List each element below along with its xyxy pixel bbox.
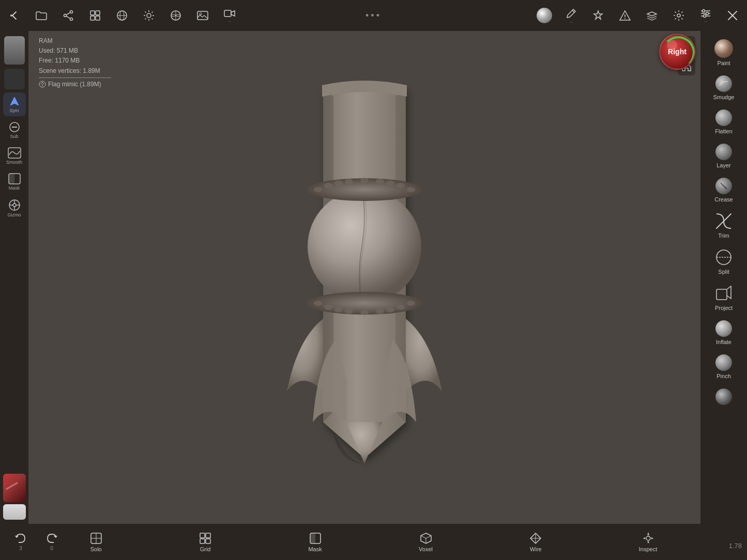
split-tool-button[interactable]: Split [703, 244, 744, 279]
more-tool-button[interactable] [703, 384, 744, 409]
paint-sphere-icon [714, 39, 733, 58]
svg-line-20 [152, 12, 153, 13]
svg-point-29 [624, 18, 626, 19]
gizmo-button[interactable]: Gizmo [3, 196, 26, 221]
sliders-button[interactable]: ... [696, 6, 715, 25]
redo-icon [45, 533, 58, 545]
inflate-sphere-icon [715, 320, 732, 337]
sun-button[interactable] [140, 6, 158, 25]
settings-button[interactable] [669, 6, 688, 25]
voxel-label: Voxel [419, 546, 433, 552]
layer-label: Layer [716, 162, 731, 168]
layers-button[interactable] [643, 6, 661, 25]
svg-point-61 [345, 309, 353, 314]
svg-point-74 [397, 183, 405, 188]
svg-point-89 [646, 536, 650, 540]
svg-point-73 [386, 180, 394, 185]
grid-button[interactable]: Grid [194, 529, 217, 555]
inflate-tool-button[interactable]: Inflate [703, 316, 744, 349]
svg-point-72 [376, 179, 384, 184]
sliders-label: ... [704, 18, 708, 23]
warning-button[interactable] [616, 6, 634, 25]
wire-icon [529, 532, 542, 545]
smudge-sphere-icon [715, 75, 732, 92]
orientation-ball[interactable]: Right [659, 34, 695, 70]
svg-rect-81 [200, 539, 205, 543]
svg-rect-8 [90, 16, 95, 20]
svg-point-66 [407, 301, 415, 306]
sub-button[interactable]: Sub [3, 118, 26, 142]
mask-button[interactable]: Mask [3, 170, 26, 194]
smooth-button[interactable]: Smooth [3, 144, 26, 168]
tools-button[interactable] [723, 6, 742, 25]
video-button[interactable]: ... [220, 6, 239, 25]
svg-point-30 [677, 14, 680, 17]
svg-line-18 [145, 12, 146, 13]
inspect-label: Inspect [639, 546, 657, 552]
trim-icon [714, 212, 733, 230]
main-viewport[interactable]: RAM Used: 571 MB Free: 1170 MB Scene ver… [28, 31, 700, 524]
paint-tool-button[interactable]: Paint [703, 35, 744, 70]
solo-label: Solo [90, 546, 102, 552]
pinch-tool-button[interactable]: Pinch [703, 350, 744, 383]
wire-button[interactable]: Wire [524, 529, 547, 555]
orientation-label: Right [668, 48, 687, 56]
svg-rect-79 [200, 533, 205, 538]
sym-icon [9, 96, 20, 107]
top-toolbar: ... ••• ... [0, 0, 747, 31]
stamp-button[interactable] [589, 6, 607, 25]
svg-point-25 [200, 13, 202, 15]
paint-label: Paint [717, 60, 730, 66]
grid-icon [199, 532, 211, 545]
svg-rect-24 [197, 11, 208, 20]
project-tool-button[interactable]: Project [703, 280, 744, 315]
redo-count: 0 [50, 546, 53, 551]
svg-rect-82 [206, 539, 210, 543]
sym-button[interactable]: Sym [3, 92, 26, 116]
white-swatch[interactable] [3, 504, 26, 520]
back-button[interactable] [5, 6, 24, 25]
color-swatch-1[interactable] [4, 36, 25, 65]
mesh-button[interactable] [86, 6, 104, 25]
flatten-tool-button[interactable]: Flatten [703, 105, 744, 138]
folder-button[interactable] [32, 6, 51, 25]
gizmo-icon [8, 199, 21, 211]
mask-bottom-button[interactable]: Mask [303, 529, 327, 555]
image-button[interactable] [193, 6, 212, 25]
wire-label: Wire [530, 546, 542, 552]
topology-button[interactable] [113, 6, 131, 25]
mask-bottom-label: Mask [308, 546, 322, 552]
svg-rect-51 [716, 289, 727, 300]
share-button[interactable] [59, 6, 78, 25]
redo-button[interactable]: 0 [45, 533, 58, 551]
svg-line-21 [145, 19, 146, 20]
ram-divider [39, 77, 111, 78]
model-container[interactable] [28, 31, 700, 524]
split-label: Split [718, 269, 729, 275]
undo-button[interactable]: 3 [14, 533, 27, 551]
pinch-label: Pinch [716, 373, 731, 379]
voxel-button[interactable]: Voxel [414, 529, 438, 555]
toolbar-left: ... [5, 6, 239, 25]
svg-point-69 [334, 180, 343, 185]
bottom-toolbar: 3 0 Solo Grid Mask [0, 524, 747, 560]
solo-button[interactable]: Solo [85, 529, 108, 555]
inspect-button[interactable]: Inspect [634, 529, 662, 555]
trim-tool-button[interactable]: Trim [703, 208, 744, 243]
pencil-button[interactable]: ... [562, 6, 581, 25]
color-swatch-2[interactable] [4, 69, 25, 89]
smudge-tool-button[interactable]: Smudge [703, 71, 744, 104]
material-ball-button[interactable] [535, 6, 554, 25]
environment-button[interactable] [166, 6, 185, 25]
crease-sphere-icon [715, 178, 732, 194]
crease-tool-button[interactable]: Crease [703, 174, 744, 207]
svg-point-0 [10, 14, 12, 17]
svg-point-64 [386, 307, 394, 313]
svg-point-71 [360, 178, 369, 183]
undo-count: 3 [19, 546, 22, 551]
svg-point-49 [716, 250, 731, 265]
video-label: ... [228, 18, 232, 23]
svg-line-5 [66, 16, 70, 19]
layer-tool-button[interactable]: Layer [703, 139, 744, 173]
brush-stroke-swatch[interactable] [3, 474, 26, 502]
